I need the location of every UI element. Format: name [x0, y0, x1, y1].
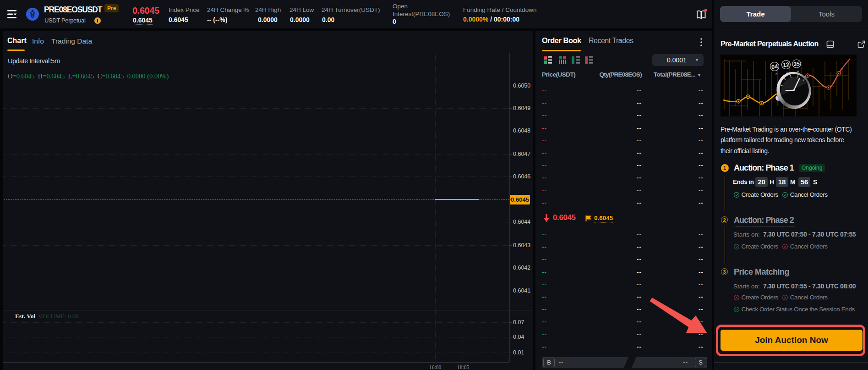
svg-text:12: 12	[782, 61, 790, 69]
svg-text:H: H	[786, 71, 788, 74]
svg-text:04: 04	[771, 63, 778, 71]
svg-text:35: 35	[793, 61, 800, 68]
svg-text:M: M	[797, 70, 799, 73]
svg-text:D: D	[775, 73, 777, 76]
